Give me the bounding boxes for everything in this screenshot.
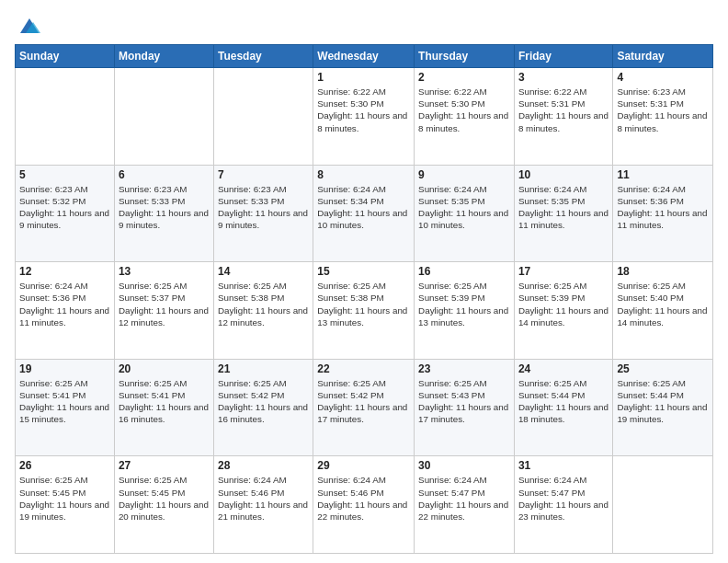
calendar-cell: 8Sunrise: 6:24 AM Sunset: 5:34 PM Daylig…	[313, 165, 415, 262]
day-detail: Sunrise: 6:25 AM Sunset: 5:45 PM Dayligh…	[119, 474, 210, 523]
day-number: 22	[317, 362, 410, 375]
day-detail: Sunrise: 6:24 AM Sunset: 5:46 PM Dayligh…	[317, 474, 410, 523]
weekday-header-sunday: Sunday	[16, 45, 115, 68]
day-number: 10	[518, 168, 609, 181]
day-detail: Sunrise: 6:24 AM Sunset: 5:47 PM Dayligh…	[418, 474, 510, 523]
calendar-week-row: 5Sunrise: 6:23 AM Sunset: 5:32 PM Daylig…	[16, 165, 713, 262]
calendar-cell: 7Sunrise: 6:23 AM Sunset: 5:33 PM Daylig…	[213, 165, 313, 262]
day-detail: Sunrise: 6:24 AM Sunset: 5:35 PM Dayligh…	[418, 183, 510, 232]
weekday-header-monday: Monday	[114, 45, 213, 68]
day-number: 21	[218, 362, 309, 375]
day-detail: Sunrise: 6:25 AM Sunset: 5:44 PM Dayligh…	[617, 377, 709, 426]
calendar-week-row: 19Sunrise: 6:25 AM Sunset: 5:41 PM Dayli…	[16, 359, 713, 456]
day-number: 26	[19, 459, 110, 472]
day-number: 16	[418, 265, 510, 278]
day-number: 18	[617, 265, 709, 278]
day-number: 25	[617, 362, 709, 375]
calendar-table: SundayMondayTuesdayWednesdayThursdayFrid…	[15, 44, 713, 554]
day-detail: Sunrise: 6:25 AM Sunset: 5:41 PM Dayligh…	[19, 377, 110, 426]
page: SundayMondayTuesdayWednesdayThursdayFrid…	[0, 0, 728, 563]
day-detail: Sunrise: 6:25 AM Sunset: 5:44 PM Dayligh…	[518, 377, 609, 426]
day-detail: Sunrise: 6:25 AM Sunset: 5:41 PM Dayligh…	[119, 377, 210, 426]
day-number: 20	[119, 362, 210, 375]
day-detail: Sunrise: 6:23 AM Sunset: 5:33 PM Dayligh…	[119, 183, 210, 232]
day-detail: Sunrise: 6:25 AM Sunset: 5:38 PM Dayligh…	[317, 280, 410, 328]
day-detail: Sunrise: 6:22 AM Sunset: 5:30 PM Dayligh…	[317, 86, 410, 134]
calendar-cell: 12Sunrise: 6:24 AM Sunset: 5:36 PM Dayli…	[16, 262, 115, 360]
day-number: 17	[518, 265, 609, 278]
calendar-cell: 14Sunrise: 6:25 AM Sunset: 5:38 PM Dayli…	[213, 262, 313, 360]
day-detail: Sunrise: 6:25 AM Sunset: 5:45 PM Dayligh…	[19, 474, 110, 523]
calendar-cell	[114, 68, 213, 166]
calendar-cell: 17Sunrise: 6:25 AM Sunset: 5:39 PM Dayli…	[514, 262, 612, 360]
day-number: 30	[418, 459, 510, 472]
day-detail: Sunrise: 6:22 AM Sunset: 5:30 PM Dayligh…	[418, 86, 510, 134]
weekday-header-row: SundayMondayTuesdayWednesdayThursdayFrid…	[16, 45, 713, 68]
calendar-cell: 5Sunrise: 6:23 AM Sunset: 5:32 PM Daylig…	[16, 165, 115, 262]
calendar-cell: 22Sunrise: 6:25 AM Sunset: 5:42 PM Dayli…	[313, 359, 415, 456]
header	[15, 9, 713, 39]
day-number: 9	[418, 168, 510, 181]
calendar-cell: 25Sunrise: 6:25 AM Sunset: 5:44 PM Dayli…	[613, 359, 713, 456]
day-number: 5	[19, 168, 110, 181]
day-number: 24	[518, 362, 609, 375]
calendar-cell: 19Sunrise: 6:25 AM Sunset: 5:41 PM Dayli…	[16, 359, 115, 456]
day-number: 28	[218, 459, 309, 472]
calendar-cell: 6Sunrise: 6:23 AM Sunset: 5:33 PM Daylig…	[114, 165, 213, 262]
day-number: 23	[418, 362, 510, 375]
calendar-cell: 18Sunrise: 6:25 AM Sunset: 5:40 PM Dayli…	[613, 262, 713, 360]
day-detail: Sunrise: 6:23 AM Sunset: 5:32 PM Dayligh…	[19, 183, 110, 232]
logo-icon	[17, 13, 42, 39]
calendar-cell: 4Sunrise: 6:23 AM Sunset: 5:31 PM Daylig…	[613, 68, 713, 166]
day-detail: Sunrise: 6:25 AM Sunset: 5:42 PM Dayligh…	[218, 377, 309, 426]
day-detail: Sunrise: 6:24 AM Sunset: 5:36 PM Dayligh…	[617, 183, 709, 232]
calendar-cell: 16Sunrise: 6:25 AM Sunset: 5:39 PM Dayli…	[415, 262, 515, 360]
day-detail: Sunrise: 6:23 AM Sunset: 5:33 PM Dayligh…	[218, 183, 309, 232]
day-number: 2	[418, 71, 510, 84]
day-detail: Sunrise: 6:25 AM Sunset: 5:39 PM Dayligh…	[518, 280, 609, 328]
day-detail: Sunrise: 6:25 AM Sunset: 5:40 PM Dayligh…	[617, 280, 709, 328]
day-detail: Sunrise: 6:24 AM Sunset: 5:35 PM Dayligh…	[518, 183, 609, 232]
day-number: 11	[617, 168, 709, 181]
day-detail: Sunrise: 6:25 AM Sunset: 5:38 PM Dayligh…	[218, 280, 309, 328]
day-number: 6	[119, 168, 210, 181]
day-number: 13	[119, 265, 210, 278]
day-number: 8	[317, 168, 410, 181]
day-detail: Sunrise: 6:25 AM Sunset: 5:43 PM Dayligh…	[418, 377, 510, 426]
day-detail: Sunrise: 6:25 AM Sunset: 5:42 PM Dayligh…	[317, 377, 410, 426]
weekday-header-wednesday: Wednesday	[313, 45, 415, 68]
calendar-cell: 3Sunrise: 6:22 AM Sunset: 5:31 PM Daylig…	[514, 68, 612, 166]
calendar-cell: 31Sunrise: 6:24 AM Sunset: 5:47 PM Dayli…	[514, 456, 612, 554]
day-number: 12	[19, 265, 110, 278]
calendar-week-row: 12Sunrise: 6:24 AM Sunset: 5:36 PM Dayli…	[16, 262, 713, 360]
calendar-cell: 13Sunrise: 6:25 AM Sunset: 5:37 PM Dayli…	[114, 262, 213, 360]
calendar-cell: 9Sunrise: 6:24 AM Sunset: 5:35 PM Daylig…	[415, 165, 515, 262]
day-number: 19	[19, 362, 110, 375]
calendar-cell: 24Sunrise: 6:25 AM Sunset: 5:44 PM Dayli…	[514, 359, 612, 456]
calendar-cell: 11Sunrise: 6:24 AM Sunset: 5:36 PM Dayli…	[613, 165, 713, 262]
calendar-cell: 1Sunrise: 6:22 AM Sunset: 5:30 PM Daylig…	[313, 68, 415, 166]
calendar-cell: 2Sunrise: 6:22 AM Sunset: 5:30 PM Daylig…	[415, 68, 515, 166]
day-detail: Sunrise: 6:25 AM Sunset: 5:39 PM Dayligh…	[418, 280, 510, 328]
calendar-cell: 10Sunrise: 6:24 AM Sunset: 5:35 PM Dayli…	[514, 165, 612, 262]
day-detail: Sunrise: 6:23 AM Sunset: 5:31 PM Dayligh…	[617, 86, 709, 134]
day-number: 4	[617, 71, 709, 84]
logo	[15, 13, 42, 39]
calendar-cell: 21Sunrise: 6:25 AM Sunset: 5:42 PM Dayli…	[213, 359, 313, 456]
calendar-cell: 15Sunrise: 6:25 AM Sunset: 5:38 PM Dayli…	[313, 262, 415, 360]
calendar-week-row: 1Sunrise: 6:22 AM Sunset: 5:30 PM Daylig…	[16, 68, 713, 166]
day-detail: Sunrise: 6:24 AM Sunset: 5:47 PM Dayligh…	[518, 474, 609, 523]
calendar-cell	[16, 68, 115, 166]
day-number: 31	[518, 459, 609, 472]
calendar-week-row: 26Sunrise: 6:25 AM Sunset: 5:45 PM Dayli…	[16, 456, 713, 554]
calendar-cell	[613, 456, 713, 554]
weekday-header-friday: Friday	[514, 45, 612, 68]
weekday-header-saturday: Saturday	[613, 45, 713, 68]
calendar-cell: 30Sunrise: 6:24 AM Sunset: 5:47 PM Dayli…	[415, 456, 515, 554]
day-detail: Sunrise: 6:24 AM Sunset: 5:36 PM Dayligh…	[19, 280, 110, 328]
day-number: 3	[518, 71, 609, 84]
day-detail: Sunrise: 6:24 AM Sunset: 5:46 PM Dayligh…	[218, 474, 309, 523]
calendar-cell: 27Sunrise: 6:25 AM Sunset: 5:45 PM Dayli…	[114, 456, 213, 554]
day-number: 27	[119, 459, 210, 472]
calendar-cell	[213, 68, 313, 166]
